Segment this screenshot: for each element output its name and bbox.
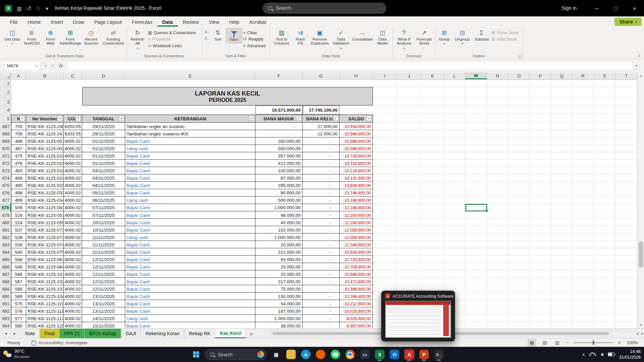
cell-voucher[interactable]: RSE-KK-1125-011 bbox=[26, 160, 63, 167]
cell-saldo[interactable]: -14.739.800,00 bbox=[340, 152, 373, 160]
cell-saldo[interactable]: -12.160.800,00 bbox=[340, 219, 373, 226]
cell-voucher[interactable]: RSE-KK-1125-083 bbox=[26, 256, 63, 263]
cell-no[interactable]: 566 bbox=[11, 270, 26, 278]
cell-dana-masuk[interactable]: 40.000,00 bbox=[256, 219, 303, 226]
cell-saldo[interactable]: -15.596.800,00 bbox=[340, 137, 373, 145]
cell-keterangan[interactable]: Bayar Cash bbox=[125, 204, 255, 212]
cell-coa[interactable]: 4000.02 bbox=[64, 285, 82, 293]
column-header-O[interactable]: O bbox=[508, 72, 530, 79]
ribbon-tab-draw[interactable]: Draw bbox=[68, 18, 89, 27]
sheet-tab-gaji[interactable]: GAJI bbox=[121, 329, 141, 338]
cell-tanggal[interactable]: 12/11/2025 bbox=[82, 278, 125, 285]
cell-coa[interactable]: 4000.02 bbox=[64, 307, 82, 315]
scroll-up-icon[interactable]: ▴ bbox=[638, 72, 644, 79]
cell-saldo[interactable]: -11.058.800,00 bbox=[340, 234, 373, 241]
row-header-694[interactable]: 694 bbox=[0, 322, 11, 328]
filter-button-tanggal[interactable]: ▾ bbox=[119, 116, 124, 121]
collapse-ribbon-icon[interactable]: ∧ bbox=[638, 54, 641, 58]
cell-no[interactable]: 706 bbox=[11, 130, 26, 137]
cell-dana-keluar[interactable]: - bbox=[303, 219, 339, 226]
scroll-down-icon[interactable]: ▾ bbox=[638, 322, 644, 328]
from-text-csv-button[interactable]: ≣ From Text/CSV bbox=[22, 28, 42, 47]
cell-dana-keluar[interactable]: - bbox=[303, 226, 339, 234]
cancel-icon[interactable]: × bbox=[44, 63, 47, 68]
cell-voucher[interactable]: RSE-KK-1125-075 bbox=[26, 248, 63, 256]
cell-voucher[interactable]: RSE-KK-1125-072 bbox=[26, 226, 63, 234]
from-web-button[interactable]: ⊕ From Web bbox=[42, 28, 59, 47]
cell-coa[interactable]: 4000.02 bbox=[64, 137, 82, 145]
cell-dana-keluar[interactable]: - bbox=[303, 137, 339, 145]
column-header-N[interactable]: N bbox=[487, 72, 508, 79]
get-data-button[interactable]: ◫ Get Data ▾ bbox=[4, 28, 21, 47]
cell-dana-masuk[interactable]: 20.000,00 bbox=[256, 270, 303, 278]
cell-coa[interactable]: 4000.02 bbox=[64, 197, 82, 204]
ribbon-tab-acrobat[interactable]: Acrobat bbox=[244, 18, 271, 27]
cell-saldo[interactable]: -12.200.800,00 bbox=[340, 212, 373, 219]
battery-icon[interactable] bbox=[608, 353, 615, 356]
refresh-all-button[interactable]: ↻ Refresh All ▾ bbox=[128, 28, 147, 51]
cell-dana-masuk[interactable]: 1.000.000,00 bbox=[256, 234, 303, 241]
cell-voucher[interactable]: RSE-KK-1125-059 bbox=[26, 219, 63, 226]
cell-keterangan[interactable]: Bayar Cash bbox=[125, 248, 255, 256]
sheet-tab-final[interactable]: Final bbox=[40, 329, 60, 338]
cell-keterangan[interactable]: Uang cash bbox=[125, 234, 255, 241]
cell-coa[interactable]: 4000.02 bbox=[64, 256, 82, 263]
cell-coa[interactable]: 4000.02 bbox=[64, 234, 82, 241]
cell-tanggal[interactable]: 12/11/2025 bbox=[82, 285, 125, 293]
filter-button[interactable]: Filter bbox=[226, 28, 242, 44]
expand-formula-bar-icon[interactable]: ▾ bbox=[633, 64, 640, 68]
column-header-S[interactable]: S bbox=[594, 72, 616, 79]
cell-tanggal[interactable]: 12/11/2025 bbox=[82, 263, 125, 270]
cell-dana-keluar[interactable]: - bbox=[303, 189, 339, 196]
recent-sources-button[interactable]: ◷ Recent Sources bbox=[82, 28, 101, 47]
cell-dana-keluar[interactable]: - bbox=[303, 248, 339, 256]
filter-button-dana-keluar[interactable]: ▾ bbox=[333, 116, 338, 121]
ribbon-tab-insert[interactable]: Insert bbox=[46, 18, 68, 27]
zoom-in-icon[interactable]: + bbox=[618, 340, 621, 346]
previous-sheet-icon[interactable]: ◂ bbox=[5, 331, 7, 336]
save-icon[interactable]: ▥ bbox=[17, 6, 22, 11]
cell-tanggal[interactable]: 01/11/2025 bbox=[82, 137, 125, 145]
cell-saldo[interactable]: -10.025.800,00 bbox=[340, 307, 373, 315]
excel-icon[interactable]: X bbox=[375, 350, 384, 359]
row-header-686[interactable]: 686 bbox=[0, 263, 11, 270]
workbook-links-button[interactable]: ∞ Workbook Links bbox=[148, 43, 201, 48]
cell-dana-keluar[interactable]: - bbox=[303, 145, 339, 152]
cell-voucher[interactable]: RSE-KK-1125-024 bbox=[26, 174, 63, 182]
cell-dana-keluar[interactable]: - bbox=[303, 307, 339, 315]
selected-cell-outline[interactable] bbox=[465, 204, 487, 212]
row-header-692[interactable]: 692 bbox=[0, 307, 11, 315]
row-header-689[interactable]: 689 bbox=[0, 285, 11, 293]
cell-keterangan[interactable]: Bayar Cash bbox=[125, 263, 255, 270]
row-header-670[interactable]: 670 bbox=[0, 145, 11, 152]
cell-dana-masuk[interactable]: - bbox=[256, 130, 303, 137]
scroll-right-icon[interactable]: ▸ bbox=[641, 331, 643, 336]
cell-voucher[interactable]: RSE-KK-1125-001 bbox=[26, 137, 63, 145]
cell-keterangan[interactable]: Bayar Cash bbox=[125, 212, 255, 219]
cell-keterangan[interactable]: Bayar Cash bbox=[125, 241, 255, 248]
cell-dana-masuk[interactable]: 500.000,00 bbox=[256, 145, 303, 152]
column-header-I[interactable]: I bbox=[373, 72, 397, 79]
cell-coa[interactable]: 4000.02 bbox=[64, 226, 82, 234]
queries-connections-button[interactable]: ▦ Queries & Connections bbox=[148, 30, 201, 35]
cell-saldo[interactable]: -10.396.800,00 bbox=[340, 285, 373, 293]
sheet-tab-kas-kecil[interactable]: Kas Kecil bbox=[215, 329, 246, 338]
filter-button-coa[interactable]: ▾ bbox=[75, 116, 81, 121]
row-header-5[interactable]: 5 bbox=[0, 115, 11, 123]
cell-dana-masuk[interactable]: 222.000,00 bbox=[256, 248, 303, 256]
cell-coa[interactable]: 4000.02 bbox=[64, 160, 82, 167]
column-header-Q[interactable]: Q bbox=[551, 72, 573, 79]
cell-tanggal[interactable]: 10/11/2025 bbox=[82, 226, 125, 234]
cell-dana-keluar[interactable]: - bbox=[303, 278, 339, 285]
cell-dana-masuk[interactable]: 130.000,00 bbox=[256, 293, 303, 300]
cell-dana-keluar[interactable]: 27.000,00 bbox=[303, 123, 339, 130]
accurate-icon[interactable]: A bbox=[405, 350, 414, 359]
cell-keterangan[interactable]: Bayar Cash bbox=[125, 226, 255, 234]
filter-button-dana-masuk[interactable]: ▾ bbox=[296, 116, 302, 121]
cell-voucher[interactable]: RSE-KK-1125-241 bbox=[26, 130, 63, 137]
cell-saldo[interactable]: -13.836.800,00 bbox=[340, 182, 373, 189]
cell-dana-keluar[interactable]: - bbox=[303, 300, 339, 307]
cell-keterangan[interactable]: Bayar Cash bbox=[125, 270, 255, 278]
cell-coa[interactable]: 4000.02 bbox=[64, 248, 82, 256]
cell-keterangan[interactable]: Bayar Cash bbox=[125, 152, 255, 160]
